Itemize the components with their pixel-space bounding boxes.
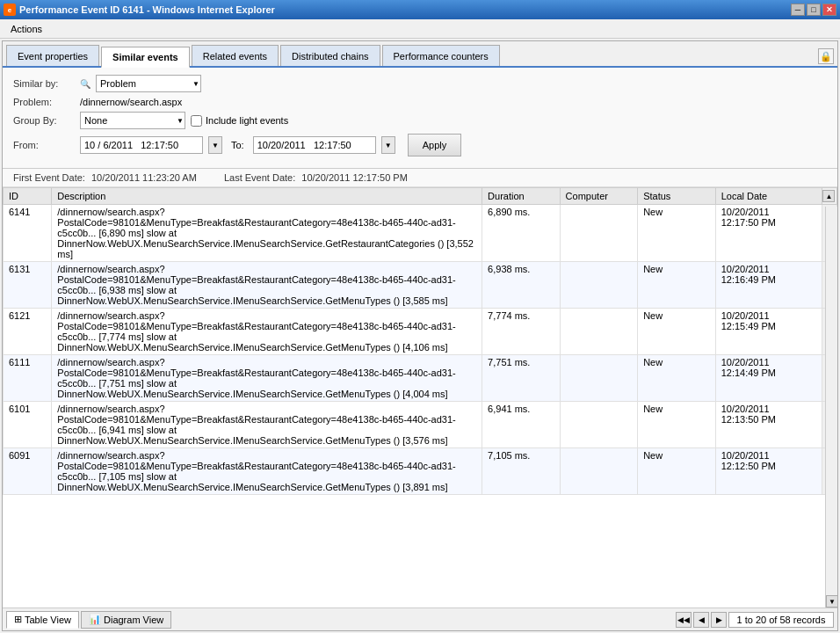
- cell-local-date: 10/20/2011 12:16:49 PM: [715, 262, 822, 309]
- diagram-view-btn[interactable]: 📊 Diagram View: [81, 611, 171, 629]
- cell-computer: [560, 262, 638, 309]
- col-status[interactable]: Status: [638, 188, 716, 205]
- cell-id: 6101: [4, 402, 52, 448]
- cell-description: /dinnernow/search.aspx?PostalCode=98101&…: [52, 309, 482, 355]
- cell-computer: [560, 205, 638, 262]
- next-page-btn[interactable]: ▶: [711, 612, 727, 628]
- table-body: 6141/dinnernow/search.aspx?PostalCode=98…: [4, 205, 837, 495]
- table-header-row: ID Description Duration Computer Status …: [4, 188, 837, 205]
- cell-description: /dinnernow/search.aspx?PostalCode=98101&…: [52, 448, 482, 495]
- cell-status: New: [638, 355, 716, 402]
- cell-local-date: 10/20/2011 12:17:50 PM: [715, 205, 822, 262]
- tab-bar: Event properties Similar events Related …: [3, 41, 837, 68]
- tab-similar-events[interactable]: Similar events: [101, 47, 190, 68]
- include-light-label: Include light events: [191, 115, 288, 127]
- group-by-label: Group By:: [13, 115, 75, 126]
- from-date-input[interactable]: [80, 136, 203, 154]
- similar-by-select[interactable]: Problem: [96, 75, 201, 92]
- navigation-controls: ◀◀ ◀ ▶: [676, 612, 834, 628]
- window-title: Performance Event ID 6141 - Windows Inte…: [19, 4, 791, 15]
- last-event-label: Last Event Date:: [224, 172, 295, 183]
- cell-status: New: [638, 309, 716, 355]
- cell-description: /dinnernow/search.aspx?PostalCode=98101&…: [52, 262, 482, 309]
- cell-duration: 6,938 ms.: [482, 262, 561, 309]
- cell-computer: [560, 402, 638, 448]
- prev-page-btn[interactable]: ◀: [693, 612, 709, 628]
- cell-computer: [560, 355, 638, 402]
- diagram-view-icon: 📊: [89, 614, 101, 625]
- scroll-down-btn[interactable]: ▼: [826, 595, 837, 608]
- from-date-picker-btn[interactable]: ▼: [208, 136, 222, 154]
- cell-computer: [560, 309, 638, 355]
- cell-description: /dinnernow/search.aspx?PostalCode=98101&…: [52, 355, 482, 402]
- cell-status: New: [638, 402, 716, 448]
- from-label: From:: [13, 140, 75, 150]
- to-date-picker-btn[interactable]: ▼: [381, 136, 395, 154]
- col-description[interactable]: Description: [52, 188, 482, 205]
- similar-by-label: Similar by:: [13, 78, 75, 89]
- main-panel: Event properties Similar events Related …: [2, 40, 838, 631]
- cell-status: New: [638, 448, 716, 495]
- tab-event-properties[interactable]: Event properties: [6, 45, 99, 66]
- menu-item-actions[interactable]: Actions: [4, 22, 49, 36]
- group-by-row: Group By: None ▼ Include light events: [13, 112, 827, 129]
- cell-id: 6111: [4, 355, 52, 402]
- tab-distributed-chains[interactable]: Distributed chains: [280, 45, 380, 66]
- cell-id: 6141: [4, 205, 52, 262]
- to-date-input[interactable]: [253, 136, 376, 154]
- similar-by-row: Similar by: 🔍 Problem ▼: [13, 75, 827, 92]
- tab-performance-counters[interactable]: Performance counters: [382, 45, 500, 66]
- problem-row: Problem: /dinnernow/search.aspx: [13, 97, 827, 107]
- minimize-button[interactable]: ─: [791, 4, 805, 16]
- group-by-select[interactable]: None: [80, 112, 185, 129]
- table-row[interactable]: 6141/dinnernow/search.aspx?PostalCode=98…: [4, 205, 837, 262]
- table-row[interactable]: 6101/dinnernow/search.aspx?PostalCode=98…: [4, 402, 837, 448]
- cell-duration: 6,890 ms.: [482, 205, 561, 262]
- last-event-value: 10/20/2011 12:17:50 PM: [301, 172, 407, 183]
- close-button[interactable]: ✕: [822, 4, 836, 16]
- menu-bar: Actions: [0, 19, 840, 39]
- first-event-value: 10/20/2011 11:23:20 AM: [91, 172, 197, 183]
- tab-lock-icon[interactable]: 🔒: [818, 48, 834, 64]
- col-id[interactable]: ID: [4, 188, 52, 205]
- include-light-checkbox[interactable]: [191, 115, 202, 127]
- cell-status: New: [638, 205, 716, 262]
- to-label: To:: [231, 140, 244, 150]
- col-duration[interactable]: Duration: [482, 188, 561, 205]
- cell-duration: 6,941 ms.: [482, 402, 561, 448]
- cell-local-date: 10/20/2011 12:14:49 PM: [715, 355, 822, 402]
- scroll-up-btn[interactable]: ▲: [822, 190, 835, 202]
- col-computer[interactable]: Computer: [560, 188, 638, 205]
- restore-button[interactable]: □: [807, 4, 821, 16]
- table-view-btn[interactable]: ⊞ Table View: [6, 611, 79, 629]
- group-by-select-wrapper: None ▼: [80, 112, 185, 129]
- table-row[interactable]: 6111/dinnernow/search.aspx?PostalCode=98…: [4, 355, 837, 402]
- date-range-row: From: ▼ To: ▼ Apply: [13, 134, 827, 156]
- app-icon: e: [4, 4, 16, 16]
- cell-description: /dinnernow/search.aspx?PostalCode=98101&…: [52, 402, 482, 448]
- bottom-bar: ⊞ Table View 📊 Diagram View ◀◀ ◀ ▶: [3, 608, 837, 630]
- window-controls: ─ □ ✕: [791, 4, 836, 16]
- cell-computer: [560, 448, 638, 495]
- cell-status: New: [638, 262, 716, 309]
- first-page-btn[interactable]: ◀◀: [676, 612, 692, 628]
- events-table-container[interactable]: ID Description Duration Computer Status …: [3, 187, 837, 608]
- tab-related-events[interactable]: Related events: [192, 45, 279, 66]
- table-row[interactable]: 6121/dinnernow/search.aspx?PostalCode=98…: [4, 309, 837, 355]
- col-local-date[interactable]: Local Date: [715, 188, 822, 205]
- table-row[interactable]: 6091/dinnernow/search.aspx?PostalCode=98…: [4, 448, 837, 495]
- problem-label: Problem:: [13, 97, 75, 107]
- cell-id: 6091: [4, 448, 52, 495]
- scrollbar-header: ▲: [822, 188, 837, 205]
- events-table: ID Description Duration Computer Status …: [3, 187, 837, 495]
- apply-button[interactable]: Apply: [408, 134, 462, 156]
- similar-by-icon: 🔍: [80, 79, 91, 89]
- cell-duration: 7,105 ms.: [482, 448, 561, 495]
- cell-id: 6131: [4, 262, 52, 309]
- cell-duration: 7,751 ms.: [482, 355, 561, 402]
- table-view-label: Table View: [25, 615, 71, 625]
- event-info-bar: First Event Date: 10/20/2011 11:23:20 AM…: [3, 169, 837, 187]
- cell-local-date: 10/20/2011 12:12:50 PM: [715, 448, 822, 495]
- table-row[interactable]: 6131/dinnernow/search.aspx?PostalCode=98…: [4, 262, 837, 309]
- title-bar: e Performance Event ID 6141 - Windows In…: [0, 0, 840, 19]
